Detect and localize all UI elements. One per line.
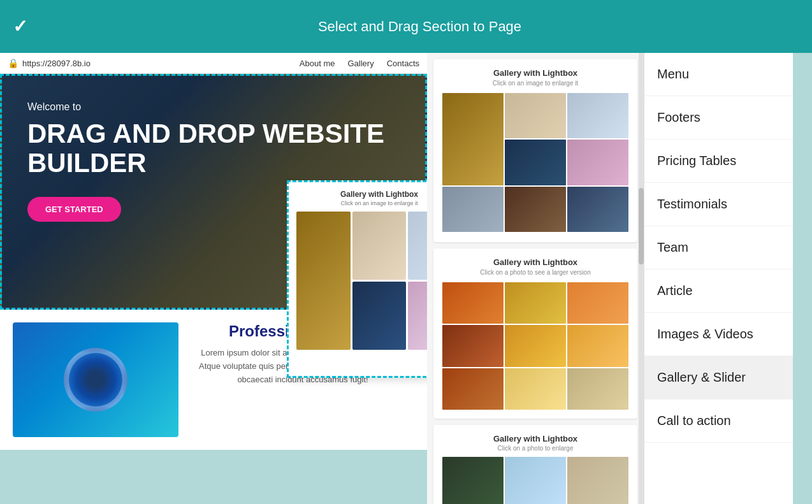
sidebar-item-call-to-action[interactable]: Call to action — [644, 400, 793, 443]
gallery-cell-1-8 — [567, 187, 628, 232]
sidebar-item-article-label: Article — [657, 284, 693, 298]
gallery-cell-1-5 — [567, 140, 628, 185]
sidebar-item-gallery-slider-label: Gallery & Slider — [657, 370, 746, 384]
main-content: 🔒 https://28097.8b.io About me Gallery C… — [0, 53, 812, 504]
sidebar-item-gallery-slider[interactable]: Gallery & Slider — [644, 356, 793, 400]
gallery-cell-2-4 — [442, 325, 504, 366]
gallery-cell-1-2 — [505, 93, 566, 138]
gallery-cell-1-7 — [505, 187, 566, 232]
header-title: Select and Drag Section to Page — [40, 18, 799, 35]
nav-about[interactable]: About me — [300, 59, 335, 68]
gallery-cell-3-1 — [442, 457, 504, 504]
gallery-card-1-subtitle: Click on an image to enlarge it — [442, 80, 628, 87]
drag-overlay-title: Gallery with Lightbox — [296, 190, 427, 199]
gallery-cell-1-3 — [567, 93, 628, 138]
mini-gallery-cell-1 — [296, 212, 351, 350]
url-text: https://28097.8b.io — [22, 59, 91, 68]
mini-gallery-cell-3 — [408, 212, 427, 280]
gallery-cell-1-4 — [505, 140, 566, 185]
sidebar-item-images-videos-label: Images & Videos — [657, 327, 753, 341]
sidebar-item-team-label: Team — [657, 240, 688, 254]
gallery-cell-3-2 — [505, 457, 566, 504]
gallery-card-1[interactable]: Gallery with Lightbox Click on an image … — [433, 59, 637, 242]
drag-overlay[interactable]: Gallery with Lightbox Click on an image … — [287, 180, 427, 378]
sidebar-item-call-to-action-label: Call to action — [657, 414, 731, 428]
gallery-cell-2-5 — [505, 325, 566, 366]
mini-gallery-cell-2 — [352, 212, 407, 280]
sidebar-item-footers[interactable]: Footers — [644, 96, 793, 140]
gallery-grid-1 — [442, 93, 628, 233]
browser-preview: 🔒 https://28097.8b.io About me Gallery C… — [0, 53, 427, 504]
nav-gallery[interactable]: Gallery — [348, 59, 374, 68]
gallery-card-2[interactable]: Gallery with Lightbox Click on a photo t… — [433, 248, 637, 419]
gallery-cell-2-6 — [567, 325, 628, 366]
gallery-cell-2-2 — [505, 282, 566, 324]
gallery-grid-3 — [442, 457, 628, 504]
photo-card-inner — [13, 322, 178, 437]
gallery-cell-1-1 — [442, 93, 504, 185]
mini-gallery-grid — [296, 212, 427, 352]
gallery-card-1-title: Gallery with Lightbox — [442, 68, 628, 78]
gallery-card-2-title: Gallery with Lightbox — [442, 257, 628, 267]
gallery-cell-3-3 — [567, 457, 628, 504]
sidebar: Menu Footers Pricing Tables Testimonials… — [644, 53, 793, 504]
lock-icon: 🔒 — [8, 58, 18, 68]
gallery-cell-2-3 — [567, 282, 628, 324]
gallery-cell-1-6 — [442, 187, 504, 232]
gallery-cell-2-9 — [567, 368, 628, 410]
check-icon: ✓ — [13, 16, 27, 37]
lens-icon — [64, 348, 127, 412]
scroll-track[interactable] — [639, 53, 644, 504]
nav-contacts[interactable]: Contacts — [387, 59, 419, 68]
gallery-card-2-subtitle: Click on a photo to see a larger version — [442, 269, 628, 276]
scroll-thumb[interactable] — [639, 188, 644, 264]
sidebar-item-menu-label: Menu — [657, 67, 689, 81]
browser-chrome: 🔒 https://28097.8b.io About me Gallery C… — [0, 53, 427, 74]
sidebar-item-article[interactable]: Article — [644, 270, 793, 313]
browser-nav: About me Gallery Contacts — [300, 59, 419, 68]
gallery-card-3-title: Gallery with Lightbox — [442, 434, 628, 443]
sidebar-item-images-videos[interactable]: Images & Videos — [644, 313, 793, 356]
sidebar-item-pricing-tables-label: Pricing Tables — [657, 154, 736, 168]
sidebar-item-team[interactable]: Team — [644, 226, 793, 270]
drag-overlay-subtitle: Click on an image to enlarge it — [296, 200, 427, 206]
mini-gallery-cell-4 — [352, 282, 407, 350]
sidebar-item-pricing-tables[interactable]: Pricing Tables — [644, 140, 793, 183]
sidebar-item-testimonials-label: Testimonials — [657, 197, 727, 211]
gallery-panel: Gallery with Lightbox Click on an image … — [427, 53, 644, 504]
gallery-card-3-subtitle: Click on a photo to enlarge — [442, 445, 628, 452]
hero-welcome: Welcome to — [27, 101, 400, 113]
sidebar-item-testimonials[interactable]: Testimonials — [644, 183, 793, 226]
gallery-grid-2 — [442, 282, 628, 410]
get-started-button[interactable]: GET STARTED — [27, 197, 121, 222]
sidebar-item-menu[interactable]: Menu — [644, 53, 793, 96]
hero-title: DRAG AND DROP WEBSITE BUILDER — [27, 119, 400, 178]
mini-gallery-cell-5 — [408, 282, 427, 350]
gallery-cell-2-8 — [505, 368, 566, 410]
browser-url: 🔒 https://28097.8b.io — [8, 58, 91, 68]
gallery-card-3[interactable]: Gallery with Lightbox Click on a photo t… — [433, 425, 637, 504]
gallery-cell-2-1 — [442, 282, 504, 324]
top-header: ✓ Select and Drag Section to Page — [0, 0, 812, 53]
photo-card — [13, 322, 178, 437]
sidebar-item-footers-label: Footers — [657, 110, 700, 124]
gallery-cell-2-7 — [442, 368, 504, 410]
